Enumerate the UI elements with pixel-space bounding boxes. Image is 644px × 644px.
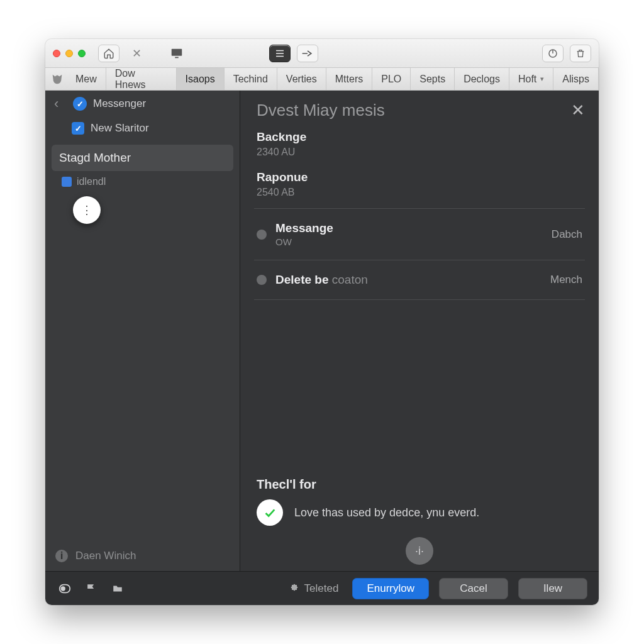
tab-isaops[interactable]: Isaops xyxy=(177,68,225,90)
svg-rect-2 xyxy=(276,50,284,51)
row-meta: Mench xyxy=(550,274,582,286)
svg-rect-4 xyxy=(276,55,284,57)
more-icon[interactable]: ⋮ xyxy=(73,196,101,224)
list-item[interactable]: Delete be coaton Mench xyxy=(240,267,599,293)
sidebar-item-label: idlendl xyxy=(77,176,106,187)
minimize-window-button[interactable] xyxy=(65,50,73,57)
tabs-bar: MewDow HnewsIsaopsTechindVertiesMttersPL… xyxy=(45,68,599,91)
tab-hoft[interactable]: Hoft▾ xyxy=(509,68,553,90)
close-icon[interactable]: ✕ xyxy=(571,101,585,120)
app-window: ✕ MewDow HnewsIsaopsTechindVertiesMtters… xyxy=(45,39,599,605)
tab-mtters[interactable]: Mtters xyxy=(326,68,372,90)
verified-icon: ✓ xyxy=(73,97,87,111)
divider xyxy=(254,299,585,300)
center-action-icon[interactable]: ·i· xyxy=(406,537,433,565)
svg-point-7 xyxy=(62,587,65,591)
flag-icon[interactable] xyxy=(83,580,99,597)
sidebar-item-label: Stagd Mother xyxy=(59,151,131,164)
confirm-row: Love thas used by dedce, ynu everd. xyxy=(240,496,599,535)
tab-plo[interactable]: PLO xyxy=(372,68,411,90)
puzzle-icon xyxy=(289,584,299,594)
list-icon[interactable] xyxy=(269,45,291,62)
section-0: Backnge 2340 AU xyxy=(240,125,599,162)
tab-verties[interactable]: Verties xyxy=(277,68,326,90)
section-1: Raponue 2540 AB xyxy=(240,162,599,202)
row-title: Messange xyxy=(275,221,543,235)
section-title: Raponue xyxy=(257,170,582,184)
window-controls xyxy=(53,50,86,57)
bullet-icon xyxy=(257,275,267,285)
sidebar: ‹ ✓ Messenger ✓ New Slaritor Stagd Mothe… xyxy=(45,91,240,571)
bottom-bar: Teleted Enurrylow Cacel Ilew xyxy=(45,571,599,605)
new-button[interactable]: Ilew xyxy=(518,578,587,599)
sidebar-item-new[interactable]: ✓ New Slaritor xyxy=(45,117,240,140)
app-icon xyxy=(48,68,67,90)
power-icon[interactable] xyxy=(542,45,564,62)
folder-icon[interactable] xyxy=(109,580,126,597)
section-sub: 2540 AB xyxy=(257,187,582,198)
main-body: ‹ ✓ Messenger ✓ New Slaritor Stagd Mothe… xyxy=(45,91,599,571)
confirm-text: Love thas used by dedce, ynu everd. xyxy=(294,506,479,519)
bullet-icon xyxy=(257,230,267,240)
row-sub: OW xyxy=(275,236,543,247)
close-window-button[interactable] xyxy=(53,50,60,57)
sidebar-subitem[interactable]: idlendl xyxy=(45,174,240,187)
square-icon xyxy=(62,177,72,187)
detail-header: Dvest Miay mesis ✕ xyxy=(240,91,599,125)
sidebar-title: Messenger xyxy=(93,97,146,110)
sidebar-item-selected[interactable]: Stagd Mother xyxy=(52,145,233,171)
display-icon[interactable] xyxy=(166,45,187,62)
titlebar: ✕ xyxy=(45,39,599,68)
record-icon[interactable] xyxy=(57,580,73,597)
connector-icon[interactable] xyxy=(297,45,318,62)
tab-techind[interactable]: Techind xyxy=(225,68,277,90)
status-label: Teleted xyxy=(289,582,339,595)
checkbox-icon[interactable]: ✓ xyxy=(72,122,84,135)
chevron-down-icon: ▾ xyxy=(540,75,544,83)
sidebar-item-label: New Slaritor xyxy=(91,122,149,135)
info-icon[interactable]: i xyxy=(55,550,68,562)
tab-mew[interactable]: Mew xyxy=(67,68,106,90)
back-icon[interactable]: ‹ xyxy=(54,96,67,112)
trash-icon[interactable] xyxy=(570,45,591,62)
detail-pane: Dvest Miay mesis ✕ Backnge 2340 AU Rapon… xyxy=(240,91,599,571)
section-title: Backnge xyxy=(257,130,582,144)
list-item[interactable]: Messange OW Dabch xyxy=(240,215,599,253)
check-icon xyxy=(257,499,283,526)
section-sub: 2340 AU xyxy=(257,147,582,158)
cancel-button[interactable]: Cacel xyxy=(439,578,508,599)
divider xyxy=(254,260,585,260)
row-meta: Dabch xyxy=(552,228,582,241)
svg-rect-1 xyxy=(175,57,179,58)
divider xyxy=(254,208,585,209)
sidebar-footer-label: Daen Winich xyxy=(75,550,136,562)
svg-rect-0 xyxy=(172,48,182,55)
sidebar-header[interactable]: ‹ ✓ Messenger xyxy=(45,91,240,117)
svg-rect-3 xyxy=(276,53,284,54)
zoom-window-button[interactable] xyxy=(78,50,86,57)
tab-alisps[interactable]: Alisps xyxy=(553,68,599,90)
primary-button[interactable]: Enurrylow xyxy=(352,578,429,599)
tab-declogs[interactable]: Declogs xyxy=(455,68,509,90)
row-title: Delete be coaton xyxy=(275,273,541,287)
confirm-heading: Thecl'l for xyxy=(240,477,599,496)
page-title: Dvest Miay mesis xyxy=(257,101,385,120)
sidebar-footer: i Daen Winich xyxy=(45,541,240,571)
tab-dow hnews[interactable]: Dow Hnews xyxy=(106,68,177,90)
close-tab-icon[interactable]: ✕ xyxy=(126,45,147,62)
tab-septs[interactable]: Septs xyxy=(411,68,455,90)
home-icon[interactable] xyxy=(98,45,119,62)
